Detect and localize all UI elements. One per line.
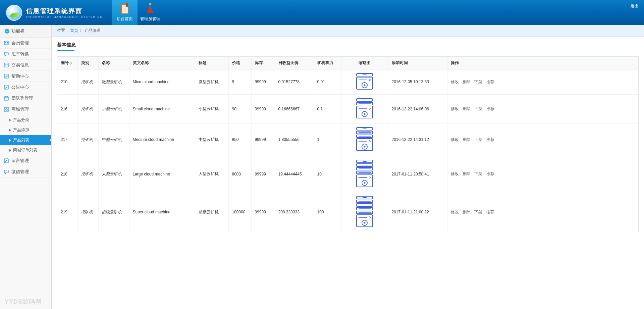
cell-thumb	[341, 69, 388, 95]
cell-en-name: Micro cloud machine	[129, 69, 195, 95]
sidebar-subitem[interactable]: 产品添加	[0, 125, 51, 135]
sidebar-item-label: 留言管理	[11, 158, 29, 164]
delete-link[interactable]: 删除	[463, 210, 471, 214]
edit-link[interactable]: 修改	[451, 171, 459, 176]
breadcrumb-home[interactable]: 首页	[70, 28, 78, 33]
list-icon	[4, 63, 9, 67]
th-hashrate[interactable]: 矿机算力	[314, 57, 341, 69]
sidebar-title-label: 功能栏	[11, 28, 24, 34]
grid-icon	[4, 107, 9, 112]
edit-link[interactable]: 修改	[451, 137, 459, 142]
svg-rect-21	[7, 107, 8, 109]
sidebar-subitem[interactable]: 产品分类	[0, 115, 51, 125]
edit-link[interactable]: 修改	[451, 106, 459, 111]
cell-category: 挖矿机	[77, 156, 98, 192]
offshelf-link[interactable]: 下架	[474, 137, 482, 142]
sidebar-item-label: 会员管理	[11, 40, 29, 46]
delete-link[interactable]: 删除	[463, 106, 471, 111]
breadcrumb: 位置： 首页 〉 产品管理	[52, 25, 644, 37]
cell-ops: 修改 删除 下架 推荐	[447, 192, 638, 232]
svg-rect-61	[357, 175, 373, 187]
sidebar-item[interactable]: 帮助中心	[0, 71, 51, 82]
svg-point-32	[364, 85, 366, 86]
offshelf-link[interactable]: 下架	[474, 106, 482, 111]
main: 位置： 首页 〉 产品管理 基本信息 编号◇ 类别 名称	[52, 25, 644, 309]
server-rack-icon	[356, 73, 373, 90]
sidebar-item-label: 团队奖管理	[11, 95, 33, 101]
sidebar-item[interactable]: 商城管理	[0, 104, 51, 115]
recommend-link[interactable]: 推荐	[486, 106, 494, 111]
server-rack-icon	[356, 159, 373, 188]
th-price[interactable]: 价格	[228, 57, 251, 69]
svg-rect-37	[357, 106, 373, 118]
recommend-link[interactable]: 推荐	[486, 171, 494, 176]
svg-rect-34	[363, 100, 367, 100]
th-en-name[interactable]: 英文名称	[129, 57, 195, 69]
cell-price: 850	[228, 123, 251, 156]
cell-thumb	[341, 192, 388, 232]
svg-rect-20	[4, 107, 6, 109]
offshelf-link[interactable]: 下架	[474, 171, 482, 176]
logout-link[interactable]: 退出	[631, 3, 639, 9]
edit-link[interactable]: 修改	[451, 210, 459, 214]
delete-link[interactable]: 删除	[463, 80, 471, 84]
th-created[interactable]: 添加时间	[388, 57, 447, 69]
cell-created: 2016-12-22 14:06:06	[388, 95, 447, 123]
top-nav-label: 管理员管理	[140, 16, 160, 22]
cell-created: 2017-01-11 20:58:41	[388, 156, 447, 192]
sidebar: − 功能栏 会员管理汇率转换交易信息帮助中心公告中心团队奖管理商城管理产品分类产…	[0, 25, 52, 309]
th-category[interactable]: 类别	[77, 57, 98, 69]
sidebar-item-label: 商城管理	[11, 106, 29, 112]
sidebar-subitem-label: 产品添加	[13, 127, 29, 133]
svg-rect-23	[7, 110, 8, 111]
svg-point-65	[364, 182, 366, 184]
sidebar-item[interactable]: 汇率转换	[0, 49, 51, 60]
sidebar-item[interactable]: 团队奖管理	[0, 93, 51, 104]
th-title[interactable]: 标题	[195, 57, 228, 69]
sidebar-item[interactable]: 微信管理	[0, 166, 51, 177]
cell-name: 微型云矿机	[98, 69, 129, 95]
th-name[interactable]: 名称	[98, 57, 129, 69]
sidebar-item[interactable]: 公告中心	[0, 82, 51, 93]
delete-link[interactable]: 删除	[463, 137, 471, 142]
edit-link[interactable]: 修改	[451, 80, 459, 84]
triangle-right-icon	[9, 129, 11, 132]
breadcrumb-current: 产品管理	[85, 28, 101, 33]
svg-rect-8	[7, 43, 8, 44]
sidebar-item[interactable]: 会员管理	[0, 38, 51, 49]
top-nav: 后台首页管理员管理	[112, 0, 163, 25]
recommend-link[interactable]: 推荐	[486, 137, 494, 142]
th-daily-ratio[interactable]: 日收益比例	[275, 57, 314, 69]
top-nav-home[interactable]: 后台首页	[112, 0, 138, 25]
offshelf-link[interactable]: 下架	[474, 210, 482, 214]
svg-point-4	[149, 3, 151, 5]
delete-link[interactable]: 删除	[463, 171, 471, 176]
top-nav-admin[interactable]: 管理员管理	[138, 0, 163, 25]
sidebar-item[interactable]: 交易信息	[0, 60, 51, 71]
recommend-link[interactable]: 推荐	[486, 80, 494, 84]
sidebar-item-label: 交易信息	[11, 62, 29, 68]
sidebar-subitem-label: 产品列表	[13, 137, 29, 143]
cell-price: 100000	[228, 192, 251, 232]
cell-name: 小型云矿机	[98, 95, 129, 123]
th-stock[interactable]: 库存	[251, 57, 275, 69]
table-row: 216 挖矿机 小型云矿机 Small cloud machine 小型云矿机 …	[57, 95, 638, 123]
layout: − 功能栏 会员管理汇率转换交易信息帮助中心公告中心团队奖管理商城管理产品分类产…	[0, 25, 644, 309]
cell-en-name: Small cloud machine	[129, 95, 195, 123]
cell-category: 挖矿机	[77, 69, 98, 95]
triangle-right-icon	[9, 139, 11, 142]
th-id[interactable]: 编号◇	[57, 57, 77, 69]
sidebar-subitem[interactable]: 产品列表	[0, 135, 51, 145]
th-ops[interactable]: 操作	[447, 57, 638, 69]
recommend-link[interactable]: 推荐	[486, 210, 494, 214]
svg-point-6	[5, 42, 6, 43]
cell-id: 217	[57, 123, 77, 156]
sidebar-item[interactable]: 留言管理	[0, 155, 51, 166]
offshelf-link[interactable]: 下架	[474, 80, 482, 84]
sidebar-subitem[interactable]: 商城订单列表	[0, 145, 51, 155]
table-row: 219 挖矿机 超级云矿机 Super cloud machine 超级云矿机 …	[57, 192, 638, 232]
th-thumb[interactable]: 缩略图	[341, 57, 388, 69]
cell-stock: 99999	[251, 95, 275, 123]
cell-thumb	[341, 156, 388, 192]
cell-created: 2016-12-22 14:31:12	[388, 123, 447, 156]
